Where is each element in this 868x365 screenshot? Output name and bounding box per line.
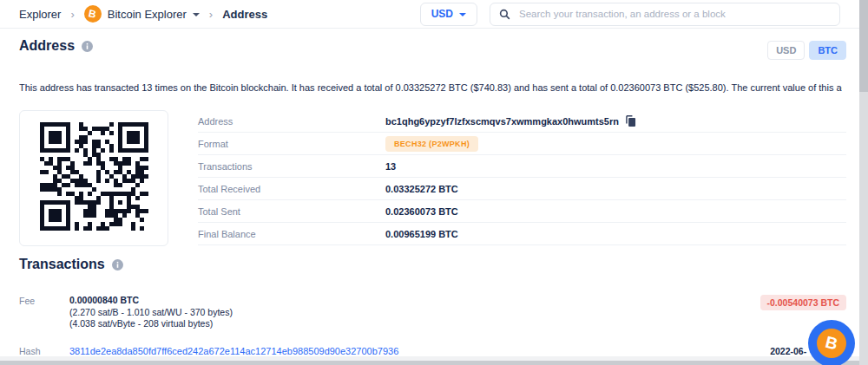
info-icon[interactable]	[112, 259, 123, 270]
vertical-scrollbar-thumb[interactable]	[859, 0, 868, 92]
row-label: Total Received	[198, 184, 385, 194]
final-balance-value: 0.00965199 BTC	[385, 229, 458, 239]
toggle-btc-button[interactable]: BTC	[809, 41, 846, 60]
breadcrumb-explorer[interactable]: Explorer	[19, 8, 61, 21]
total-received-value: 0.03325272 BTC	[385, 184, 458, 194]
copy-clipboard-icon[interactable]	[626, 115, 636, 127]
horizontal-scrollbar[interactable]	[0, 361, 859, 365]
chevron-down-icon	[459, 13, 466, 16]
bitcoin-explorer-menu[interactable]: B Bitcoin Explorer	[84, 5, 200, 23]
transactions-count: 13	[385, 161, 396, 172]
table-row-address: Address bc1qhg6ypzyf7lzfxscmqvs7xwmmgkax…	[198, 110, 846, 133]
total-sent-value: 0.02360073 BTC	[385, 206, 458, 217]
chevron-right-icon: ›	[70, 8, 74, 21]
row-label: Transactions	[198, 161, 385, 172]
transaction-date-prefix: 2022-06-	[770, 346, 806, 356]
qr-code	[40, 122, 148, 234]
currency-dropdown-label: USD	[431, 8, 453, 20]
page-title: Address	[19, 38, 75, 54]
format-badge: BECH32 (P2WPKH)	[385, 136, 478, 152]
chevron-down-icon	[193, 13, 200, 16]
hash-label: Hash	[19, 345, 69, 356]
transaction-hash-link[interactable]: 3811de2ea8da850fd7ff6ced242a672e114ac127…	[69, 346, 398, 356]
row-label: Address	[198, 116, 385, 127]
fee-detail-vbyte: (4.038 sat/vByte - 208 virtual bytes)	[69, 318, 233, 330]
address-details: Address bc1qhg6ypzyf7lzfxscmqvs7xwmmgkax…	[19, 110, 846, 246]
row-label: Total Sent	[198, 206, 385, 217]
table-row-total-sent: Total Sent 0.02360073 BTC	[198, 200, 846, 223]
search-input[interactable]	[517, 8, 831, 20]
fee-block: Fee 0.00000840 BTC (2.270 sat/B - 1.010 …	[19, 295, 846, 330]
table-row-total-received: Total Received 0.03325272 BTC	[198, 178, 846, 200]
amount-change-badge: -0.00540073 BTC	[760, 295, 846, 310]
row-label: Final Balance	[198, 229, 385, 239]
row-label: Format	[198, 139, 385, 149]
top-navigation: Explorer › B Bitcoin Explorer › Address …	[0, 0, 859, 29]
info-icon[interactable]	[82, 41, 93, 52]
hash-row: Hash 3811de2ea8da850fd7ff6ced242a672e114…	[19, 345, 846, 356]
address-section-header: Address	[19, 38, 93, 54]
search-box	[490, 3, 840, 26]
table-row-format: Format BECH32 (P2WPKH)	[198, 133, 846, 155]
fee-detail-satb: (2.270 sat/B - 1.010 sat/WU - 370 bytes)	[69, 307, 233, 319]
transactions-section-header: Transactions	[19, 257, 123, 272]
search-icon	[499, 9, 510, 20]
fee-label: Fee	[19, 295, 69, 306]
chevron-right-icon: ›	[209, 8, 213, 21]
breadcrumb-address: Address	[222, 8, 267, 21]
address-details-table: Address bc1qhg6ypzyf7lzfxscmqvs7xwmmgkax…	[198, 110, 846, 246]
bitcoin-explorer-label: Bitcoin Explorer	[108, 8, 187, 21]
address-value: bc1qhg6ypzyf7lzfxscmqvs7xwmmgkax0hwumts5…	[385, 116, 619, 127]
unit-toggle: USD BTC	[767, 41, 846, 60]
bitcoin-coin-icon: B	[817, 329, 846, 358]
fee-value: 0.00000840 BTC	[69, 295, 233, 307]
table-row-transactions: Transactions 13	[198, 155, 846, 178]
toggle-usd-button[interactable]: USD	[767, 41, 805, 60]
address-summary-text: This address has transacted 13 times on …	[19, 82, 842, 93]
vertical-scrollbar[interactable]	[859, 0, 868, 365]
table-row-final-balance: Final Balance 0.00965199 BTC	[198, 223, 846, 245]
qr-card	[19, 110, 168, 246]
transactions-title: Transactions	[19, 257, 105, 272]
currency-dropdown[interactable]: USD	[420, 3, 477, 26]
bitcoin-fab-button[interactable]: B	[808, 320, 855, 365]
bitcoin-logo-icon: B	[84, 5, 102, 23]
